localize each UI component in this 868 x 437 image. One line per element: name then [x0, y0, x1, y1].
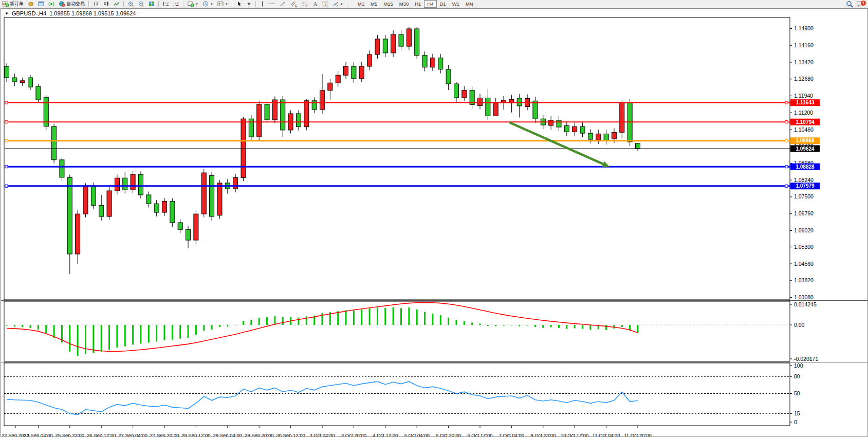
candle-body [438, 58, 443, 69]
timeframe-h1[interactable]: H1 [412, 0, 424, 8]
candle-body [557, 120, 561, 127]
zoom-out-button[interactable] [136, 0, 146, 8]
rsi-axis-label: 80 [794, 373, 800, 379]
rsi-axis-label: 50 [794, 390, 800, 396]
price-tag-label: 1.09968 [796, 138, 815, 143]
fibonacci-icon: F [301, 1, 308, 7]
toolbar-separator [255, 1, 256, 7]
hline-left-handle[interactable] [5, 139, 8, 142]
hline-right-handle[interactable] [785, 185, 788, 187]
timeframe-m15[interactable]: M15 [380, 0, 396, 8]
price-tag-label: 1.09624 [796, 146, 815, 152]
hline-right-handle[interactable] [785, 139, 788, 142]
auto-scroll-button[interactable] [171, 0, 181, 8]
new-chart-dropdown[interactable]: ▼ [186, 0, 200, 8]
time-axis-label: 3 Oct 20:00 [341, 432, 366, 436]
time-axis-label: 7 Oct 04:00 [499, 432, 524, 436]
price-tick-label: 1.14160 [794, 42, 814, 48]
equidistant-channel-tool[interactable]: E [288, 0, 299, 8]
periods-clock-icon [202, 1, 209, 7]
candles-chart-button[interactable] [101, 0, 112, 8]
timeframe-m5[interactable]: M5 [367, 0, 380, 8]
dropdown-caret: ▼ [340, 3, 343, 6]
candle-body [391, 34, 396, 53]
notifications-button[interactable]: 1 [857, 1, 865, 8]
tile-windows-button[interactable] [146, 0, 157, 8]
scroll-to-end-button[interactable] [161, 0, 171, 8]
time-axis-label: 10 Oct 12:00 [561, 432, 588, 436]
candle-body [502, 100, 506, 102]
candle-body [115, 178, 119, 191]
timeframe-m1[interactable]: M1 [355, 0, 367, 8]
shapes-arrows-icon [333, 1, 339, 7]
cursor-tool-button[interactable] [234, 0, 244, 8]
vertical-line-tool[interactable] [258, 0, 267, 8]
horizontal-line-tool[interactable] [267, 0, 278, 8]
market-watch-icon [28, 1, 34, 7]
toolbar-separator [158, 1, 159, 7]
macd-axis-label: 0.014245 [794, 301, 817, 307]
timeframe-h4[interactable]: H4 [424, 0, 436, 8]
candle-body [430, 58, 435, 67]
candle-body [407, 29, 411, 46]
price-tick-label: 1.04560 [794, 261, 814, 267]
text-label-tool[interactable]: T [320, 0, 330, 8]
time-axis-label: 9 Oct 23:00 [530, 432, 556, 436]
candle-body [233, 177, 238, 189]
toolbar-separator [88, 1, 89, 7]
hline-left-handle[interactable] [5, 101, 8, 104]
new-order-icon [2, 1, 9, 7]
hline-left-handle[interactable] [5, 121, 8, 123]
toolbar-separator [347, 1, 348, 7]
candle-body [138, 174, 143, 195]
time-axis-label: 5 Oct 20:00 [436, 432, 461, 436]
templates-dropdown[interactable]: ▼ [215, 0, 230, 8]
candle-body [60, 160, 64, 177]
periods-dropdown[interactable]: ▼ [200, 0, 215, 8]
candle-body [517, 98, 522, 106]
candle-body [375, 39, 380, 54]
bars-chart-button[interactable] [91, 0, 101, 8]
zoom-in-button[interactable] [126, 0, 136, 8]
text-tool[interactable]: A [310, 0, 320, 8]
hline-right-handle[interactable] [785, 121, 788, 123]
candle-body [446, 69, 451, 84]
time-axis-label: 26 Sep 12:00 [87, 432, 116, 436]
hline-right-handle[interactable] [785, 101, 788, 104]
timeframe-m30[interactable]: M30 [396, 0, 412, 8]
hline-left-handle[interactable] [5, 185, 8, 187]
candle-body [564, 125, 569, 132]
svg-text:T: T [324, 2, 326, 7]
candle-body [186, 229, 191, 240]
price-tick-label: 1.12680 [794, 76, 814, 82]
crosshair-tool-button[interactable] [244, 0, 254, 8]
candle-body [91, 186, 96, 205]
timeframe-w1[interactable]: W1 [449, 0, 463, 8]
time-axis-label: 27 Sep 20:00 [150, 432, 179, 436]
time-axis-label: 6 Oct 12:00 [467, 432, 492, 436]
search-icon[interactable] [846, 1, 854, 8]
trendline-tool[interactable] [278, 0, 288, 8]
market-watch-button[interactable] [26, 0, 36, 8]
fibonacci-tool[interactable]: F [299, 0, 310, 8]
timeframe-d1[interactable]: D1 [437, 0, 449, 8]
time-axis-label: 30 Sep 12:00 [276, 432, 305, 436]
autotrade-button[interactable]: 自动交易 [57, 0, 87, 8]
navigator-button[interactable] [46, 0, 57, 8]
candle-body [99, 205, 104, 216]
price-tick-label: 1.10460 [794, 126, 814, 133]
hline-left-handle[interactable] [5, 166, 8, 168]
candle-body [588, 133, 593, 139]
hline-right-handle[interactable] [785, 166, 788, 168]
line-chart-button[interactable] [112, 0, 122, 8]
candle-body [620, 103, 624, 133]
data-window-button[interactable] [36, 0, 46, 8]
shapes-dropdown[interactable]: ▼ [330, 0, 345, 8]
new-order-button[interactable]: 新订单 [0, 0, 26, 8]
timeframe-mn[interactable]: MN [463, 0, 476, 8]
candle-body [52, 126, 57, 160]
macd-pane [4, 301, 790, 361]
rsi-pane [4, 363, 790, 426]
dropdown-caret: ▼ [195, 3, 198, 6]
candle-body [415, 29, 419, 56]
